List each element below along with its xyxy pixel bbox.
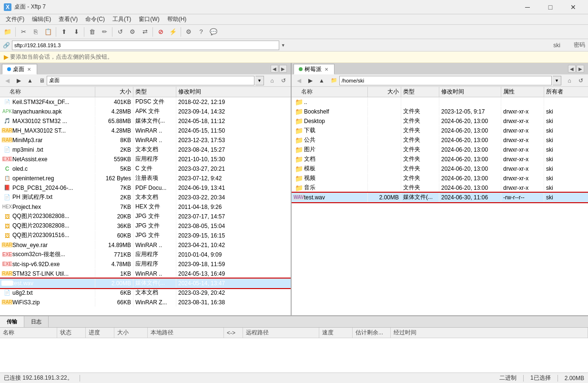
right-back-btn[interactable]: ◀ [294, 76, 304, 85]
left-col-size[interactable]: 大小 [95, 87, 133, 97]
rename-button[interactable]: ✏ [99, 26, 110, 38]
left-file-row[interactable]: 📄 mp3mini .txt 2KB 文本文档 2023-08-24, 15:2… [0, 145, 291, 155]
right-col-size[interactable]: 大小 [368, 87, 401, 97]
menu-help[interactable]: 帮助(H) [163, 14, 191, 24]
left-file-size: 401KB [95, 97, 133, 106]
left-path-dropdown[interactable]: ▼ [255, 76, 264, 85]
left-file-row[interactable]: RAR STM32 ST-LINK Util... 1KB WinRAR .. … [0, 269, 291, 279]
stop-button[interactable]: ⊘ [155, 26, 166, 38]
right-tab-prev[interactable]: ◀ [568, 65, 576, 72]
right-tab-remote[interactable]: 树莓派 ✕ [294, 64, 335, 74]
left-file-row[interactable]: 📋 openinternet.reg 162 Bytes 注册表项 2023-0… [0, 174, 291, 183]
left-forward-btn[interactable]: ▶ [13, 76, 24, 85]
right-col-owner[interactable]: 所有者 [544, 87, 588, 97]
left-file-row[interactable]: EXE NetAssist.exe 559KB 应用程序 2021-10-10,… [0, 155, 291, 164]
left-file-row[interactable]: 🎵 MAX30102 STM32 ... 65.88MB 媒体文件(... 20… [0, 116, 291, 126]
right-path-dropdown[interactable]: ▼ [553, 76, 561, 85]
left-file-row[interactable]: 📄 PH 测试程序.txt 2KB 文本文档 2023-03-22, 20:34 [0, 193, 291, 202]
right-file-row[interactable]: 📁 .. [292, 97, 588, 107]
upload-button[interactable]: ⬆ [58, 26, 70, 38]
cut-button[interactable]: ✂ [18, 26, 29, 38]
right-col-name[interactable]: 名称 [292, 87, 368, 97]
left-file-row[interactable]: 🖼 QQ图片2023082808... 36KB JPG 文件 2023-08-… [0, 221, 291, 231]
left-tab-desktop[interactable]: 桌面 ✕ [2, 64, 37, 74]
right-file-row[interactable]: 📁 Desktop 文件夹 2024-06-20, 13:00 drwxr-xr… [292, 116, 588, 126]
right-refresh-btn[interactable]: ↺ [576, 76, 586, 85]
delete-button[interactable]: 🗑 [86, 26, 98, 38]
right-file-row[interactable]: 📁 下载 文件夹 2024-06-20, 13:00 drwxr-xr-x sk… [292, 126, 588, 135]
right-file-row[interactable]: 📁 Bookshelf 文件夹 2023-12-05, 9:17 drwxr-x… [292, 107, 588, 116]
left-file-row[interactable]: RAR MH_MAX30102 ST... 4.28MB WinRAR .. 2… [0, 126, 291, 135]
left-file-row[interactable]: WAV test.wav 2.00MB 媒体文件(... 2024-05-14,… [0, 279, 291, 288]
settings-button[interactable]: ⚙ [183, 26, 194, 38]
left-file-name: 📄 mp3mini .txt [0, 145, 95, 154]
sync-button[interactable]: ⚡ [167, 26, 179, 38]
addr-dropdown-btn[interactable]: ▼ [281, 43, 285, 48]
menu-tools[interactable]: 工具(T) [109, 14, 135, 24]
right-path-input[interactable] [339, 76, 552, 85]
left-file-row[interactable]: 📄 u8g2.txt 6KB 文本文档 2023-03-29, 20:42 [0, 288, 291, 298]
menu-edit[interactable]: 编辑(E) [28, 14, 55, 24]
bottom-tab-transfer[interactable]: 传输 [0, 316, 24, 327]
right-file-row[interactable]: 📁 公共 文件夹 2024-06-20, 13:00 drwxr-xr-x sk… [292, 135, 588, 145]
menu-window[interactable]: 窗口(W) [135, 14, 163, 24]
left-refresh-btn[interactable]: ↺ [278, 76, 289, 85]
left-tab-next[interactable]: ▶ [279, 65, 287, 72]
copy-button[interactable]: ⎘ [30, 26, 41, 38]
bottom-tab-log[interactable]: 日志 [24, 316, 49, 327]
right-file-row[interactable]: 📁 音乐 文件夹 2024-06-20, 13:00 drwxr-xr-x sk… [292, 183, 588, 193]
right-home-btn[interactable]: ⌂ [564, 76, 575, 85]
left-file-row[interactable]: 🖼 QQ图片2023091516... 60KB JPG 文件 2023-09-… [0, 231, 291, 240]
right-file-row[interactable]: 📁 模板 文件夹 2024-06-20, 13:00 drwxr-xr-x sk… [292, 164, 588, 174]
menu-view[interactable]: 查看(V) [55, 14, 81, 24]
new-session-button[interactable]: 📁 [2, 26, 13, 38]
download-button[interactable]: ⬇ [71, 26, 82, 38]
left-file-row[interactable]: C oled.c 5KB C 文件 2023-03-27, 20:21 [0, 164, 291, 174]
left-col-type[interactable]: 类型 [133, 87, 176, 97]
left-col-name[interactable]: 名称 [0, 87, 95, 97]
right-file-row[interactable]: 📁 图片 文件夹 2024-06-20, 13:00 drwxr-xr-x sk… [292, 145, 588, 155]
right-file-row[interactable]: 📁 文档 文件夹 2024-06-20, 13:00 drwxr-xr-x sk… [292, 155, 588, 164]
left-file-row[interactable]: 📕 PCB_PCB1_2024-06-... 7KB PDF Docu... 2… [0, 183, 291, 193]
right-col-perm[interactable]: 属性 [501, 87, 544, 97]
minimize-button[interactable]: ─ [517, 0, 538, 14]
left-file-row[interactable]: APK lanyachuankou.apk 4.28MB APK 文件 2023… [0, 107, 291, 116]
menu-command[interactable]: 命令(C) [81, 14, 109, 24]
left-file-date: 2023-08-05, 15:04 [176, 221, 291, 230]
right-up-btn[interactable]: ▲ [316, 76, 327, 85]
left-home-btn[interactable]: ⌂ [267, 76, 277, 85]
left-file-row[interactable]: EXE sscom32cn-很老很... 771KB 应用程序 2010-01-… [0, 250, 291, 259]
left-file-date: 2023-12-23, 17:53 [176, 135, 291, 145]
left-col-date[interactable]: 修改时间 [176, 87, 291, 97]
th-col-arrow: <-> [224, 328, 243, 338]
right-tab-next[interactable]: ▶ [577, 65, 584, 72]
left-up-btn[interactable]: ▲ [25, 76, 35, 85]
menu-file[interactable]: 文件(F) [2, 14, 28, 24]
right-file-row[interactable]: WAV test.wav 2.00MB 媒体文件(... 2024-06-30,… [292, 193, 588, 202]
transfer-button[interactable]: ⇄ [139, 26, 151, 38]
left-file-row[interactable]: RAR Show_eye.rar 14.89MB WinRAR .. 2023-… [0, 240, 291, 250]
left-file-row[interactable]: 🖼 QQ图片2023082808... 20KB JPG 文件 2023-07-… [0, 212, 291, 221]
left-tab-close[interactable]: ✕ [26, 67, 32, 72]
address-input[interactable] [12, 41, 279, 50]
left-tab-prev[interactable]: ◀ [271, 65, 278, 72]
left-file-row[interactable]: RAR MiniMp3.rar 8KB WinRAR .. 2023-12-23… [0, 135, 291, 145]
right-forward-btn[interactable]: ▶ [305, 76, 315, 85]
left-file-row[interactable]: 📄 Keil.STM32F4xx_DF... 401KB PDSC 文件 201… [0, 97, 291, 107]
properties-button[interactable]: ⚙ [127, 26, 138, 38]
close-button[interactable]: ✕ [562, 0, 584, 14]
help-button[interactable]: ? [195, 26, 207, 38]
right-col-date[interactable]: 修改时间 [439, 87, 501, 97]
right-tab-close[interactable]: ✕ [324, 67, 329, 72]
maximize-button[interactable]: □ [539, 0, 561, 14]
left-back-btn[interactable]: ◀ [2, 76, 12, 85]
right-col-type[interactable]: 类型 [401, 87, 439, 97]
paste-button[interactable]: 📋 [42, 26, 54, 38]
left-file-row[interactable]: HEX Project.hex 7KB HEX 文件 2011-04-18, 9… [0, 202, 291, 212]
left-path-input[interactable] [47, 76, 254, 85]
left-file-row[interactable]: RAR WiFiS3.zip 66KB WinRAR Z... 2023-08-… [0, 298, 291, 307]
right-file-row[interactable]: 📁 视频 文件夹 2024-06-20, 13:00 drwxr-xr-x sk… [292, 174, 588, 183]
refresh-button[interactable]: ↺ [114, 26, 126, 38]
comment-button[interactable]: 💬 [208, 26, 219, 38]
left-file-row[interactable]: EXE stc-isp-v6.92D.exe 4.78MB 应用程序 2023-… [0, 259, 291, 269]
